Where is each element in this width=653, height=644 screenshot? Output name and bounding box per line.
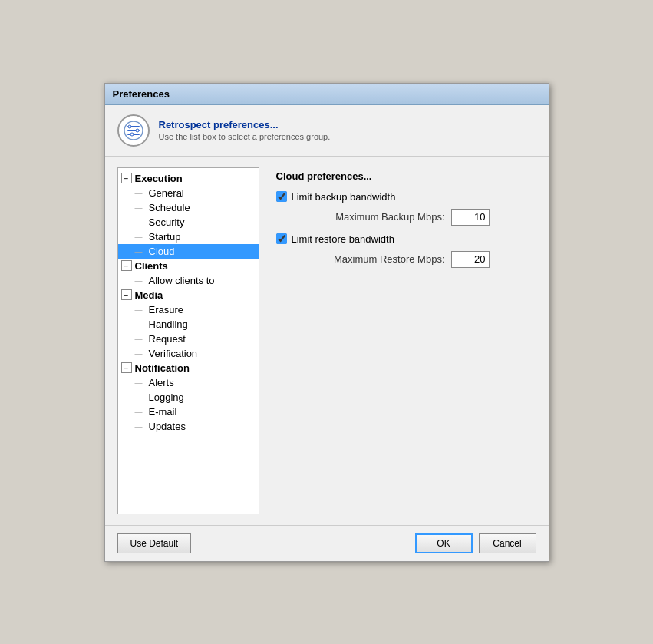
tree-label-verification: Verification	[149, 348, 198, 359]
use-default-button[interactable]: Use Default	[117, 533, 192, 553]
tree-panel: − Execution — General — Schedule — Secur…	[117, 167, 259, 514]
header-text: Retrospect preferences... Use the list b…	[159, 119, 331, 141]
expand-icon-execution[interactable]: −	[121, 173, 132, 183]
svg-point-5	[136, 129, 139, 132]
connector-startup: —	[135, 233, 146, 241]
header-title: Retrospect preferences...	[159, 119, 331, 130]
tree-item-general[interactable]: — General	[118, 186, 259, 200]
footer: Use Default OK Cancel	[105, 525, 549, 561]
connector-security: —	[135, 218, 146, 226]
tree-label-security: Security	[149, 216, 185, 228]
tree-label-logging: Logging	[149, 391, 184, 403]
connector-verification: —	[135, 349, 146, 358]
svg-point-4	[128, 125, 131, 128]
max-backup-field-label: Maximum Backup Mbps:	[292, 211, 445, 223]
content-area: − Execution — General — Schedule — Secur…	[105, 157, 549, 525]
limit-restore-checkbox-label[interactable]: Limit restore bandwidth	[276, 233, 394, 245]
connector-updates: —	[135, 422, 146, 431]
tree-label-general: General	[149, 187, 184, 199]
limit-restore-label: Limit restore bandwidth	[292, 233, 394, 245]
connector-cloud: —	[135, 247, 146, 256]
ok-button[interactable]: OK	[415, 533, 473, 553]
tree-item-alerts[interactable]: — Alerts	[118, 375, 259, 390]
tree-item-security[interactable]: — Security	[118, 215, 259, 230]
max-restore-input[interactable]	[451, 251, 490, 268]
max-backup-input[interactable]	[451, 209, 490, 226]
max-backup-row: Maximum Backup Mbps:	[276, 209, 530, 226]
tree-label-media: Media	[135, 289, 163, 301]
tree-item-handling[interactable]: — Handling	[118, 317, 259, 332]
tree-item-email[interactable]: — E-mail	[118, 405, 259, 419]
tree-label-schedule: Schedule	[149, 202, 190, 213]
tree-label-allow-clients: Allow clients to	[149, 275, 215, 286]
connector-erasure: —	[135, 305, 146, 314]
tree-label-request: Request	[149, 333, 186, 345]
tree-label-execution: Execution	[135, 173, 183, 184]
max-restore-row: Maximum Restore Mbps:	[276, 251, 530, 268]
expand-icon-notification[interactable]: −	[121, 362, 132, 373]
tree-item-schedule[interactable]: — Schedule	[118, 200, 259, 215]
tree-label-startup: Startup	[149, 231, 181, 243]
ok-cancel-group: OK Cancel	[415, 533, 536, 553]
tree-label-handling: Handling	[149, 319, 188, 330]
header-subtitle: Use the list box to select a preferences…	[159, 132, 331, 141]
svg-point-6	[130, 133, 134, 136]
connector-request: —	[135, 335, 146, 343]
limit-backup-checkbox-label[interactable]: Limit backup bandwidth	[276, 191, 396, 203]
tree-label-erasure: Erasure	[149, 304, 184, 315]
max-restore-field-label: Maximum Restore Mbps:	[292, 253, 445, 265]
tree-item-erasure[interactable]: — Erasure	[118, 302, 259, 317]
connector-logging: —	[135, 393, 146, 401]
expand-icon-clients[interactable]: −	[121, 260, 132, 271]
tree-label-email: E-mail	[149, 406, 177, 418]
tree-item-allow-clients[interactable]: — Allow clients to	[118, 273, 259, 288]
limit-backup-row: Limit backup bandwidth	[276, 191, 530, 203]
tree-item-request[interactable]: — Request	[118, 332, 259, 346]
tree-item-startup[interactable]: — Startup	[118, 230, 259, 244]
panel-title: Cloud preferences...	[276, 170, 530, 182]
connector-general: —	[135, 189, 146, 197]
title-bar: Preferences	[105, 84, 549, 105]
tree-item-verification[interactable]: — Verification	[118, 346, 259, 361]
right-panel: Cloud preferences... Limit backup bandwi…	[270, 167, 536, 514]
connector-alerts: —	[135, 378, 146, 387]
limit-restore-row: Limit restore bandwidth	[276, 233, 530, 245]
tree-label-cloud: Cloud	[149, 246, 175, 257]
connector-allow-clients: —	[135, 276, 146, 285]
tree-label-notification: Notification	[135, 362, 190, 374]
header-area: Retrospect preferences... Use the list b…	[105, 105, 549, 157]
window-title: Preferences	[113, 88, 170, 100]
tree-label-updates: Updates	[149, 421, 186, 432]
preferences-icon	[117, 114, 150, 147]
limit-backup-label: Limit backup bandwidth	[292, 191, 396, 203]
expand-icon-media[interactable]: −	[121, 289, 132, 300]
connector-schedule: —	[135, 203, 146, 212]
tree-item-execution[interactable]: − Execution	[118, 171, 259, 186]
preferences-window: Preferences Retrospect preferences... Us…	[104, 83, 549, 562]
limit-backup-checkbox[interactable]	[276, 191, 287, 202]
connector-handling: —	[135, 320, 146, 329]
tree-item-cloud[interactable]: — Cloud	[118, 244, 259, 259]
cancel-button[interactable]: Cancel	[479, 533, 536, 553]
tree-item-clients[interactable]: − Clients	[118, 259, 259, 273]
tree-item-media[interactable]: − Media	[118, 288, 259, 302]
tree-item-logging[interactable]: — Logging	[118, 390, 259, 405]
tree-label-clients: Clients	[135, 260, 168, 272]
limit-restore-checkbox[interactable]	[276, 233, 287, 244]
connector-email: —	[135, 408, 146, 416]
tree-item-notification[interactable]: − Notification	[118, 361, 259, 375]
tree-label-alerts: Alerts	[149, 377, 174, 388]
tree-item-updates[interactable]: — Updates	[118, 419, 259, 434]
